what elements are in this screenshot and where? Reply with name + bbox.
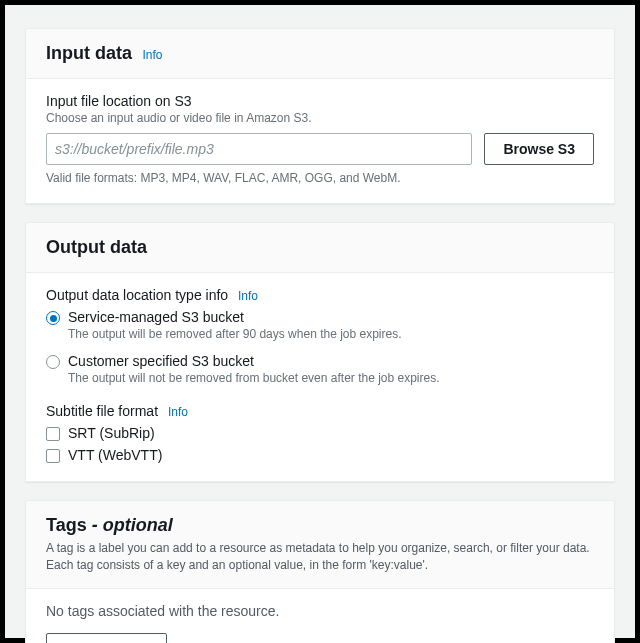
input-data-title: Input data: [46, 43, 132, 63]
checkbox-vtt[interactable]: VTT (WebVTT): [46, 447, 594, 463]
browse-s3-button[interactable]: Browse S3: [484, 133, 594, 165]
s3-location-input[interactable]: [46, 133, 472, 165]
tags-panel: Tags - optional A tag is a label you can…: [25, 500, 615, 643]
s3-location-hint: Choose an input audio or video file in A…: [46, 111, 594, 125]
output-data-panel: Output data Output data location type in…: [25, 222, 615, 482]
radio-icon: [46, 311, 60, 325]
tags-header: Tags - optional A tag is a label you can…: [26, 501, 614, 589]
output-data-header: Output data: [26, 223, 614, 273]
input-data-header: Input data Info: [26, 29, 614, 79]
radio-service-managed[interactable]: Service-managed S3 bucket The output wil…: [46, 309, 594, 341]
subtitle-format-label: Subtitle file format Info: [46, 403, 594, 419]
checkbox-icon: [46, 427, 60, 441]
radio-icon: [46, 355, 60, 369]
s3-location-label: Input file location on S3: [46, 93, 594, 109]
tags-description: A tag is a label you can add to a resour…: [46, 540, 594, 574]
input-info-link[interactable]: Info: [142, 48, 162, 62]
valid-formats-hint: Valid file formats: MP3, MP4, WAV, FLAC,…: [46, 171, 594, 185]
add-new-tag-button[interactable]: Add new tag: [46, 633, 167, 643]
tags-title: Tags - optional: [46, 515, 173, 535]
subtitle-info-link[interactable]: Info: [168, 405, 188, 419]
radio-customer-specified[interactable]: Customer specified S3 bucket The output …: [46, 353, 594, 385]
no-tags-message: No tags associated with the resource.: [46, 603, 594, 619]
output-info-link[interactable]: Info: [238, 289, 258, 303]
output-location-label: Output data location type info Info: [46, 287, 594, 303]
input-data-panel: Input data Info Input file location on S…: [25, 28, 615, 204]
checkbox-icon: [46, 449, 60, 463]
output-data-title: Output data: [46, 237, 147, 257]
checkbox-srt[interactable]: SRT (SubRip): [46, 425, 594, 441]
